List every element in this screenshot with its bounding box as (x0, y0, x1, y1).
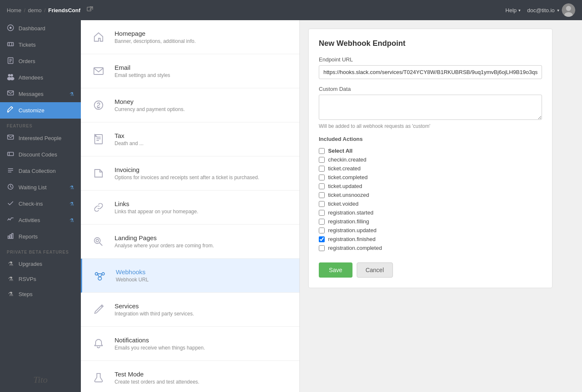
webhook-form-card: New Webhook Endpoint Endpoint URL Custom… (308, 29, 553, 288)
action-ticket-unsnoozed: ticket.unsnoozed (319, 191, 542, 199)
sidebar-item-attendees[interactable]: Attendees (0, 69, 81, 86)
avatar (562, 3, 575, 17)
action-ticket-updated-label: ticket.updated (328, 183, 362, 189)
svg-rect-23 (8, 236, 9, 238)
customize-icon (7, 106, 14, 114)
custom-data-hint: Will be added to all webhook requests as… (319, 123, 542, 129)
user-menu-button[interactable]: doc@tito.io ▾ (527, 3, 575, 17)
notifications-text: Notifications Emails you receive when th… (115, 336, 205, 351)
external-link-icon[interactable] (86, 6, 93, 14)
links-icon (89, 198, 108, 217)
svg-point-33 (96, 239, 99, 242)
menu-item-tax[interactable]: Tax Death and ... (81, 122, 299, 156)
sidebar-item-check-ins[interactable]: Check-ins ⚗ (0, 196, 81, 212)
action-registration-updated: registration.updated (319, 226, 542, 235)
action-registration-filling: registration.filling (319, 217, 542, 226)
endpoint-url-label: Endpoint URL (319, 56, 542, 63)
action-ticket-voided-label: ticket.voided (328, 201, 358, 207)
sidebar-item-interested-people[interactable]: Interested People (0, 130, 81, 146)
action-registration-filling-label: registration.filling (328, 218, 369, 225)
menu-item-notifications[interactable]: Notifications Emails you receive when th… (81, 327, 299, 361)
sidebar-item-reports[interactable]: Reports (0, 228, 81, 245)
breadcrumb-home[interactable]: Home (7, 7, 21, 13)
custom-data-label: Custom Data (319, 86, 542, 92)
action-checkin-created-checkbox[interactable] (319, 157, 325, 163)
action-ticket-unsnoozed-checkbox[interactable] (319, 192, 325, 198)
menu-item-test-mode[interactable]: Test Mode Create test orders and test at… (81, 361, 299, 392)
invoicing-text: Invoicing Options for invoices and recei… (115, 166, 259, 180)
action-ticket-completed-checkbox[interactable] (319, 175, 325, 180)
sidebar-item-discount-codes[interactable]: Discount Codes (0, 146, 81, 163)
services-icon (89, 300, 108, 319)
menu-item-links[interactable]: Links Links that appear on your homepage… (81, 191, 299, 225)
homepage-text: Homepage Banner, descriptions, additiona… (115, 30, 196, 44)
action-select-all-checkbox[interactable] (319, 148, 325, 154)
homepage-icon (89, 28, 108, 46)
help-button[interactable]: Help ▾ (505, 7, 521, 13)
sidebar-item-orders[interactable]: Orders (0, 53, 81, 69)
action-ticket-voided-checkbox[interactable] (319, 201, 325, 207)
menu-item-invoicing[interactable]: Invoicing Options for invoices and recei… (81, 156, 299, 191)
sidebar-item-upgrades[interactable]: ⚗ Upgrades (0, 256, 81, 271)
webhooks-text: Webhooks Webhook URL (116, 268, 149, 283)
sidebar-item-messages[interactable]: Messages ⚗ (0, 86, 81, 102)
chevron-down-icon: ▾ (557, 8, 559, 13)
sidebar-item-waiting-list[interactable]: Waiting List ⚗ (0, 179, 81, 196)
endpoint-url-input[interactable] (319, 65, 542, 79)
menu-item-landing-pages[interactable]: Landing Pages Analyse where your orders … (81, 225, 299, 259)
test-mode-icon (89, 368, 108, 387)
custom-data-input[interactable] (319, 95, 542, 120)
action-ticket-completed-label: ticket.completed (328, 174, 368, 180)
sidebar-item-dashboard[interactable]: Dashboard (0, 20, 81, 37)
menu-item-services[interactable]: Services Integration with third party se… (81, 293, 299, 327)
menu-item-money[interactable]: Money Currency and payment options. (81, 88, 299, 122)
included-actions-section: Included Actions Select All checkin.crea… (319, 136, 542, 252)
action-registration-started-label: registration.started (328, 209, 374, 216)
menu-item-homepage[interactable]: Homepage Banner, descriptions, additiona… (81, 20, 299, 54)
sidebar-item-customize[interactable]: Customize (0, 102, 81, 119)
menu-item-email[interactable]: Email Email settings and styles (81, 54, 299, 88)
cancel-button[interactable]: Cancel (357, 262, 393, 278)
waiting-list-icon (7, 183, 14, 191)
services-text: Services Integration with third party se… (115, 302, 194, 317)
action-ticket-created-checkbox[interactable] (319, 166, 325, 172)
tickets-icon (7, 41, 14, 49)
tax-text: Tax Death and ... (115, 132, 144, 146)
svg-rect-26 (94, 68, 103, 74)
form-actions: Save Cancel (319, 262, 542, 278)
svg-point-11 (11, 74, 13, 77)
action-registration-filling-checkbox[interactable] (319, 219, 325, 225)
beta-flask-icon: ⚗ (69, 91, 74, 97)
messages-icon (7, 90, 14, 98)
sidebar-item-rsvps[interactable]: ⚗ RSVPs (0, 271, 81, 286)
action-select-all: Select All (319, 146, 542, 155)
action-ticket-voided: ticket.voided (319, 199, 542, 208)
notifications-icon (89, 334, 108, 353)
breadcrumb-current[interactable]: FriendsConf (48, 7, 80, 13)
sidebar-item-data-collection[interactable]: Data Collection (0, 163, 81, 179)
sidebar-item-steps[interactable]: ⚗ Steps (0, 286, 81, 302)
svg-rect-14 (8, 91, 13, 95)
action-registration-updated-checkbox[interactable] (319, 228, 325, 233)
tito-logo: Tito (0, 368, 81, 392)
money-text: Money Currency and payment options. (115, 98, 185, 112)
top-nav-right: Help ▾ doc@tito.io ▾ (505, 3, 575, 17)
save-button[interactable]: Save (319, 262, 352, 278)
menu-item-webhooks[interactable]: Webhooks Webhook URL (81, 259, 299, 293)
action-registration-finished: registration.finished (319, 235, 542, 244)
breadcrumb: Home / demo / FriendsConf (7, 6, 93, 14)
action-registration-completed-checkbox[interactable] (319, 245, 325, 251)
sidebar: Dashboard Tickets Orders Attendees Messa… (0, 20, 81, 392)
breadcrumb-demo[interactable]: demo (28, 7, 42, 13)
action-registration-started-checkbox[interactable] (319, 210, 325, 216)
svg-point-10 (8, 74, 11, 77)
sidebar-item-tickets[interactable]: Tickets (0, 37, 81, 53)
right-panel: New Webhook Endpoint Endpoint URL Custom… (300, 20, 582, 392)
svg-point-2 (10, 27, 12, 29)
action-ticket-updated-checkbox[interactable] (319, 183, 325, 189)
action-registration-finished-checkbox[interactable] (319, 236, 325, 242)
svg-point-34 (98, 277, 101, 280)
sidebar-item-activities[interactable]: Activities ⚗ (0, 212, 81, 228)
action-registration-finished-label: registration.finished (328, 236, 376, 242)
chevron-down-icon: ▾ (518, 8, 521, 13)
